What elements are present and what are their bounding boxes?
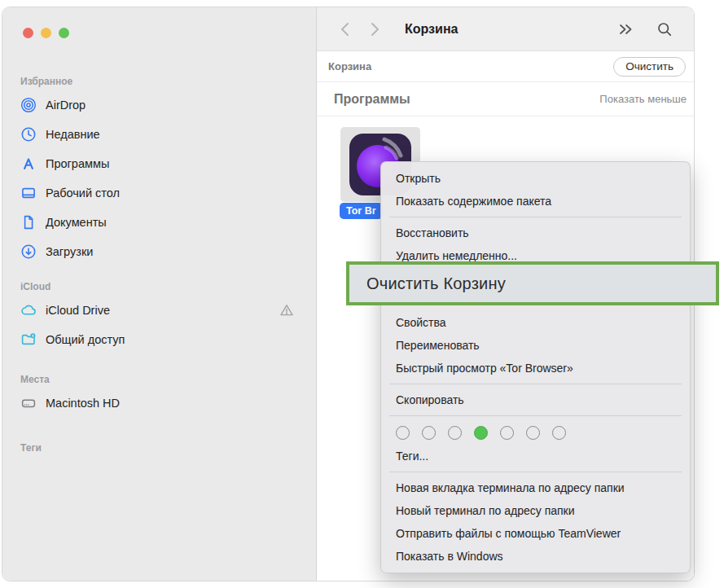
sidebar-item-applications[interactable]: Программы: [2, 149, 316, 178]
menu-item-new-terminal-tab[interactable]: Новая вкладка терминала по адресу папки: [381, 476, 690, 499]
sidebar-item-desktop[interactable]: Рабочий стол: [2, 178, 316, 208]
tag-circle-7[interactable]: [552, 426, 566, 440]
sidebar-item-shared[interactable]: Общий доступ: [2, 325, 316, 354]
trash-title: Корзина: [328, 60, 371, 72]
applications-icon: [19, 156, 38, 172]
clock-icon: [19, 126, 38, 143]
context-menu: Открыть Показать содержимое пакета Восст…: [380, 161, 691, 573]
traffic-lights: [23, 28, 316, 38]
toolbar: Корзина: [317, 7, 694, 51]
document-icon: [19, 214, 38, 230]
menu-separator: [389, 472, 682, 472]
show-less-link[interactable]: Показать меньше: [599, 93, 687, 105]
warning-icon: [279, 302, 295, 318]
empty-trash-button[interactable]: Очистить: [613, 57, 686, 77]
sidebar-section-locations: Места: [2, 371, 316, 388]
close-button[interactable]: [23, 28, 33, 38]
sidebar-section-favorites: Избранное: [2, 72, 316, 90]
sidebar-item-label: Рабочий стол: [46, 186, 120, 200]
menu-item-empty-trash-label: Очистить Корзину: [366, 274, 506, 293]
minimize-button[interactable]: [41, 28, 51, 38]
menu-item-show-package-contents[interactable]: Показать содержимое пакета: [381, 190, 690, 213]
tag-circle-2[interactable]: [422, 426, 436, 440]
sidebar-item-downloads[interactable]: Загрузки: [2, 237, 316, 266]
empty-trash-highlight-box[interactable]: Очистить Корзину: [346, 261, 719, 305]
menu-item-open[interactable]: Открыть: [381, 167, 690, 190]
applications-section-header: Программы Показать меньше: [317, 82, 694, 116]
tor-browser-filename: Tor Br: [340, 203, 383, 219]
forward-button[interactable]: [371, 21, 380, 37]
sidebar-item-airdrop[interactable]: AirDrop: [2, 90, 316, 120]
sidebar-section-icloud: iCloud: [2, 278, 316, 296]
menu-separator: [389, 415, 682, 416]
sidebar-item-label: Документы: [46, 216, 107, 229]
back-button[interactable]: [340, 21, 349, 37]
section-title: Программы: [334, 92, 410, 107]
window-title: Корзина: [405, 22, 458, 37]
menu-item-rename[interactable]: Переименовать: [381, 334, 690, 357]
menu-item-show-in-windows[interactable]: Показать в Windows: [381, 545, 690, 568]
tag-circle-green-selected[interactable]: [474, 426, 488, 440]
sidebar-item-label: Общий доступ: [46, 333, 125, 346]
menu-item-new-terminal[interactable]: Новый терминал по адресу папки: [381, 499, 690, 522]
sidebar-item-label: Загрузки: [46, 245, 93, 258]
sidebar-item-label: AirDrop: [46, 99, 86, 112]
tag-circle-5[interactable]: [500, 426, 514, 440]
menu-item-put-back[interactable]: Восстановить: [381, 222, 690, 244]
menu-item-quick-look[interactable]: Быстрый просмотр «Tor Browser»: [381, 357, 690, 380]
menu-item-copy[interactable]: Скопировать: [381, 388, 690, 411]
airdrop-icon: [19, 97, 38, 113]
sidebar-item-label: Macintosh HD: [46, 397, 120, 410]
sidebar-item-macintosh-hd[interactable]: Macintosh HD: [2, 388, 316, 418]
sidebar-section-tags: Теги: [2, 439, 316, 457]
trash-status-bar: Корзина Очистить: [317, 51, 694, 82]
menu-separator: [389, 384, 682, 384]
tag-circle-1[interactable]: [396, 426, 410, 440]
sidebar-item-label: Программы: [46, 157, 109, 170]
menu-item-teamviewer-send[interactable]: Отправить файлы с помощью TeamViewer: [381, 522, 690, 545]
shared-folder-icon: [19, 331, 38, 348]
sidebar: Избранное AirDrop Недавни: [2, 7, 317, 581]
sidebar-item-icloud-drive[interactable]: iCloud Drive: [2, 296, 316, 325]
icloud-icon: [19, 302, 38, 318]
menu-item-get-info[interactable]: Свойства: [381, 311, 690, 334]
sidebar-item-recents[interactable]: Недавние: [2, 120, 316, 149]
tag-color-row: [381, 420, 690, 445]
tag-circle-3[interactable]: [448, 426, 462, 440]
sidebar-item-label: Недавние: [46, 128, 100, 141]
menu-item-tags[interactable]: Теги...: [381, 445, 690, 467]
menu-separator: [389, 217, 682, 217]
sidebar-item-documents[interactable]: Документы: [2, 208, 316, 237]
sidebar-item-label: iCloud Drive: [46, 304, 110, 317]
downloads-icon: [19, 244, 38, 260]
hard-drive-icon: [19, 395, 38, 411]
more-toolbar-items-icon[interactable]: [617, 22, 634, 37]
tag-circle-6[interactable]: [526, 426, 540, 440]
desktop-icon: [19, 185, 38, 201]
zoom-button[interactable]: [59, 28, 69, 38]
search-icon[interactable]: [656, 21, 673, 37]
